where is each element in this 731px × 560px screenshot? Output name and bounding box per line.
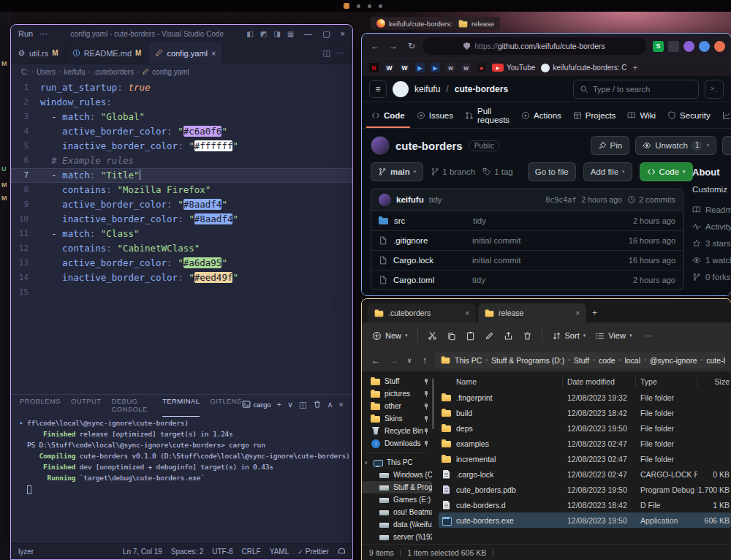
repo-tab-insights[interactable]: Insights: [717, 102, 731, 128]
cut-icon[interactable]: [428, 331, 437, 341]
bookmark-item[interactable]: N: [369, 63, 379, 72]
branch-selector[interactable]: main ▾: [371, 162, 423, 181]
file-row[interactable]: cute_borders.pdb12/08/2023 19:50Program …: [439, 482, 731, 497]
sidebar-item[interactable]: Games (E:): [362, 493, 432, 506]
extension-1-icon[interactable]: [668, 41, 679, 52]
file-row[interactable]: .gitignoreinitial commit16 hours ago: [371, 230, 683, 250]
breadcrumb-user[interactable]: keifufu: [414, 84, 440, 94]
system-tray-icon[interactable]: [344, 3, 349, 9]
editor-tab[interactable]: README.mdM: [66, 42, 149, 64]
address-crumb[interactable]: Stuff: [574, 356, 589, 365]
repo-name[interactable]: cute-borders: [395, 140, 463, 152]
branches-link[interactable]: 1 branch: [431, 167, 475, 176]
file-row[interactable]: deps12/08/2023 19:50File folder: [439, 420, 731, 436]
new-terminal-icon[interactable]: +: [277, 400, 281, 409]
maximize-panel-icon[interactable]: ∧: [327, 400, 333, 409]
terminal-instance[interactable]: cargo: [242, 400, 271, 409]
explorer-tab[interactable]: release×: [478, 303, 586, 322]
new-tab-icon[interactable]: +: [592, 308, 597, 318]
sidebar-scrollbar[interactable]: [432, 372, 434, 544]
repo-tab-wiki[interactable]: Wiki: [622, 102, 661, 128]
close-button[interactable]: ×: [341, 29, 345, 38]
address-crumb[interactable]: local: [624, 356, 640, 365]
more-options-icon[interactable]: ⋯: [644, 331, 652, 341]
command-palette-button[interactable]: >_: [705, 80, 724, 99]
status-item[interactable]: ✓Prettier: [298, 548, 329, 556]
sidebar-item[interactable]: Downloads: [362, 437, 432, 450]
layout-sidebar-icon[interactable]: ◧: [246, 30, 253, 38]
refresh-button[interactable]: ↻: [404, 41, 419, 51]
file-row[interactable]: cute-borders.d12/08/2023 18:42D File1 KB: [439, 497, 731, 512]
panel-tab[interactable]: TERMINAL: [162, 393, 200, 417]
bookmark-item[interactable]: ●: [477, 63, 486, 72]
file-row[interactable]: cute-borders.exe12/08/2023 19:50Applicat…: [439, 512, 731, 528]
status-rust-analyzer[interactable]: lyzer: [18, 548, 34, 556]
github-logo-icon[interactable]: [393, 81, 409, 97]
status-item[interactable]: UTF-8: [212, 548, 232, 556]
panel-tab[interactable]: GITLENS: [210, 393, 241, 417]
address-crumb[interactable]: Stuff & Programs (D:): [491, 356, 564, 365]
bookmark-item[interactable]: keifufu/cute-borders: C: [541, 64, 626, 72]
file-link[interactable]: src: [394, 216, 467, 225]
sidebar-item[interactable]: Stuff: [362, 375, 432, 387]
bookmark-item[interactable]: w: [446, 63, 455, 72]
breadcrumb-item[interactable]: .cuteborders: [94, 68, 135, 76]
panel-tab[interactable]: OUTPUT: [71, 393, 101, 417]
status-item[interactable]: CRLF: [242, 548, 261, 556]
maximize-button[interactable]: ▢: [322, 29, 330, 39]
commit-history-link[interactable]: 2 commits: [627, 195, 675, 204]
view-button[interactable]: View ▾: [595, 331, 632, 341]
tags-link[interactable]: 1 tag: [482, 167, 513, 176]
bookmark-item[interactable]: ▶YouTube: [492, 64, 535, 72]
split-editor-icon[interactable]: ◫: [323, 48, 330, 58]
explorer-tab[interactable]: .cuteborders×: [368, 303, 476, 322]
file-link[interactable]: Cargo.toml: [393, 276, 466, 284]
close-panel-icon[interactable]: ×: [339, 400, 344, 409]
status-item[interactable]: Ln 7, Col 19: [123, 548, 162, 556]
about-stat[interactable]: Activity: [692, 218, 731, 235]
about-stat[interactable]: Readme: [692, 201, 731, 218]
code-button[interactable]: Code ▾: [640, 162, 693, 181]
terminal-output[interactable]: •ff\code\local\@sync-ignore\cute-borders…: [11, 414, 352, 543]
close-tab-icon[interactable]: ×: [575, 309, 580, 317]
workspace-dot-icon[interactable]: [368, 4, 371, 8]
about-stat[interactable]: 0 forks: [692, 268, 731, 285]
file-row[interactable]: srctidy2 hours ago: [371, 211, 683, 230]
pin-button[interactable]: Pin: [591, 136, 630, 155]
taskbar-item-explorer[interactable]: release: [452, 17, 500, 30]
split-terminal-icon[interactable]: ◫: [299, 400, 306, 409]
workspace-dot-icon[interactable]: [357, 4, 360, 8]
minimize-button[interactable]: —: [304, 29, 312, 38]
breadcrumb-item[interactable]: keifufu: [64, 68, 85, 76]
forward-button[interactable]: →: [386, 355, 402, 366]
back-button[interactable]: ←: [368, 355, 384, 366]
sidebar-item[interactable]: Windows (C:): [362, 469, 432, 481]
menu-run[interactable]: Run: [18, 29, 33, 38]
delete-icon[interactable]: [523, 331, 532, 341]
column-header[interactable]: Date modified: [563, 377, 636, 387]
extension-2-icon[interactable]: [683, 41, 694, 52]
about-stat[interactable]: 1 watching: [692, 251, 731, 268]
commit-message-link[interactable]: initial commit: [472, 236, 623, 245]
file-link[interactable]: .gitignore: [393, 236, 466, 245]
address-crumb[interactable]: This PC: [455, 356, 482, 365]
file-row[interactable]: .fingerprint12/08/2023 19:32File folder: [439, 390, 731, 405]
sort-button[interactable]: Sort ▾: [552, 331, 586, 341]
sidebar-item[interactable]: ∨This PC: [362, 456, 432, 469]
sidebar-item[interactable]: pictures: [362, 387, 432, 400]
bookmark-item[interactable]: W: [385, 63, 394, 72]
sidebar-item[interactable]: osu! Beatmaps (: [362, 506, 432, 518]
file-row[interactable]: Cargo.tomltidy2 hours ago: [371, 270, 683, 290]
column-header[interactable]: Name: [439, 377, 563, 387]
address-crumb[interactable]: cute-borders: [706, 356, 725, 365]
back-button[interactable]: ←: [368, 41, 382, 51]
editor-more-icon[interactable]: ⋯: [337, 48, 345, 58]
repo-tab-pull-requests[interactable]: Pull requests: [460, 102, 515, 128]
panel-tab[interactable]: DEBUG CONSOLE: [111, 393, 152, 417]
url-bar[interactable]: https://github.com/keifufu/cute-borders: [423, 37, 646, 55]
file-row[interactable]: incremental12/08/2023 02:47File folder: [439, 451, 731, 466]
repo-tab-projects[interactable]: Projects: [568, 102, 621, 128]
about-stat[interactable]: 3 stars: [692, 235, 731, 251]
add-file-button[interactable]: Add file ▾: [583, 162, 632, 181]
layout-panel-icon[interactable]: ◩: [260, 30, 267, 38]
